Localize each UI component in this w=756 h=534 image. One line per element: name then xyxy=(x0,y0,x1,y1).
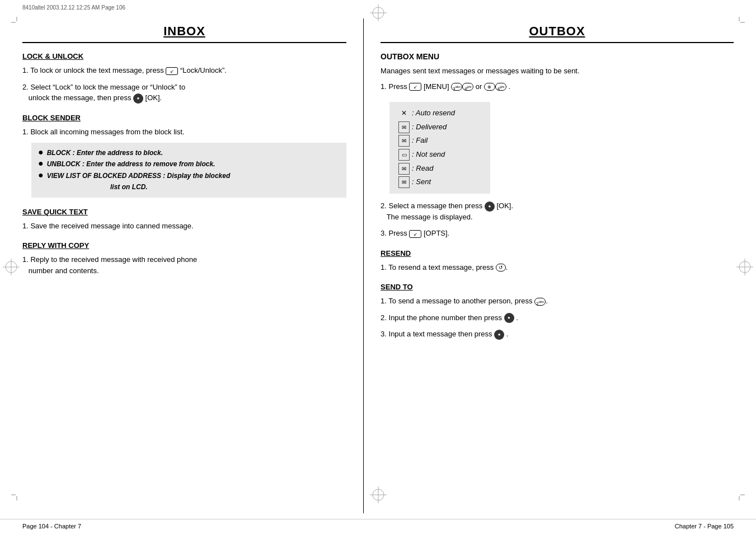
send-to-section: SEND TO 1. To send a message to another … xyxy=(381,283,734,340)
resend-item-1: 1. To resend a text message, press ↺. xyxy=(381,262,734,273)
inbox-column: INBOX LOCK & UNLOCK 1. To lock or unlock… xyxy=(22,18,364,513)
icon-row-delivered: ✉ : Delivered xyxy=(398,120,481,134)
outbox-menu-description: Manages sent text messages or messages w… xyxy=(381,65,734,77)
ok-btn-2: ● xyxy=(485,202,495,212)
corner-mark-bl xyxy=(11,489,22,500)
nav-key-menu: ↙ xyxy=(409,83,421,91)
sent-icon: ✉ xyxy=(398,176,410,188)
resend-key-icon: ↺ xyxy=(496,264,506,271)
lock-unlock-section: LOCK & UNLOCK 1. To lock or unlock the t… xyxy=(22,52,346,104)
outbox-title: OUTBOX xyxy=(381,24,734,39)
read-label: : Read xyxy=(412,162,433,176)
main-content: INBOX LOCK & UNLOCK 1. To lock or unlock… xyxy=(0,13,756,519)
crosshair-top xyxy=(370,4,387,21)
block-bullet-2: ● UNBLOCK : Enter the address to remove … xyxy=(38,158,340,170)
block-bullet-2-text: UNBLOCK : Enter the address to remove fr… xyxy=(47,158,215,170)
ok-btn-4: ● xyxy=(494,330,504,340)
icon-row-auto-resend: ✕ : Auto resend xyxy=(398,106,481,120)
icon-row-read: ✉ : Read xyxy=(398,162,481,176)
not-send-icon: ▭ xyxy=(398,149,410,161)
bullet-dot-1: ● xyxy=(38,148,44,157)
footer-right: Chapter 7 - Page 105 xyxy=(675,523,734,530)
outbox-column: OUTBOX OUTBOX MENU Manages sent text mes… xyxy=(364,18,734,513)
lock-item-2: 2. Select “Lock” to lock the message or … xyxy=(22,82,346,104)
save-item-1: 1. Save the received message into canned… xyxy=(22,221,346,232)
key-3abc: 3abc xyxy=(451,83,462,91)
resend-title: RESEND xyxy=(381,249,734,257)
reply-item-1: 1. Reply to the received message with re… xyxy=(22,254,346,276)
block-bullet-3: ● VIEW LIST OF BLOCKED ADDRESS : Display… xyxy=(38,170,340,193)
crosshair-left xyxy=(3,259,20,275)
reply-with-copy-title: REPLY WITH COPY xyxy=(22,241,346,250)
page-footer: Page 104 - Chapter 7 Chapter 7 - Page 10… xyxy=(0,519,756,534)
not-send-label: : Not send xyxy=(412,148,445,162)
outbox-icon-list: ✕ : Auto resend ✉ : Delivered ✉ : Fail ▭… xyxy=(389,102,490,194)
bullet-dot-2: ● xyxy=(38,159,44,168)
key-down: ⊕ xyxy=(484,83,495,91)
block-sender-section: BLOCK SENDER 1. Block all incoming messa… xyxy=(22,114,346,198)
key-4b: 4ghi xyxy=(495,83,506,91)
corner-mark-tl xyxy=(11,17,22,28)
save-quick-text-title: SAVE QUICK TEXT xyxy=(22,208,346,216)
read-icon: ✉ xyxy=(398,163,410,175)
sent-label: : Sent xyxy=(412,175,431,189)
send-to-item-3: 3. Input a text message then press ● . xyxy=(381,329,734,340)
icon-row-not-send: ▭ : Not send xyxy=(398,148,481,162)
block-bullet-1-text: BLOCK : Enter the address to block. xyxy=(47,147,163,158)
reply-with-copy-section: REPLY WITH COPY 1. Reply to the received… xyxy=(22,241,346,276)
key-4ghi: 4ghi xyxy=(462,83,473,91)
inbox-divider xyxy=(22,42,346,43)
outbox-menu-title: OUTBOX MENU xyxy=(381,52,734,61)
resend-section: RESEND 1. To resend a text message, pres… xyxy=(381,249,734,273)
crosshair-right xyxy=(736,259,753,275)
send-to-item-1: 1. To send a message to another person, … xyxy=(381,296,734,307)
block-bullet-3-text: VIEW LIST OF BLOCKED ADDRESS : Display t… xyxy=(47,170,231,193)
footer-left: Page 104 - Chapter 7 xyxy=(22,523,81,530)
outbox-divider xyxy=(381,42,734,43)
send-to-item-2: 2. Input the phone number then press ● . xyxy=(381,312,734,324)
delivered-icon: ✉ xyxy=(398,121,410,133)
save-quick-text-section: SAVE QUICK TEXT 1. Save the received mes… xyxy=(22,208,346,232)
send-to-title: SEND TO xyxy=(381,283,734,291)
opts-key: ↙ xyxy=(409,230,421,238)
fail-icon: ✉ xyxy=(398,135,410,147)
inbox-title: INBOX xyxy=(22,24,346,39)
key-2abc: 2abc xyxy=(534,298,546,306)
corner-mark-tr xyxy=(734,17,745,28)
header-text: 8410altel 2003.12.12 12:25 AM Page 106 xyxy=(22,4,125,11)
bullet-dot-3: ● xyxy=(38,171,44,180)
outbox-menu-section: OUTBOX MENU Manages sent text messages o… xyxy=(381,52,734,239)
page-container: 8410altel 2003.12.12 12:25 AM Page 106 I… xyxy=(0,0,756,534)
icon-row-fail: ✉ : Fail xyxy=(398,134,481,148)
fail-label: : Fail xyxy=(412,134,428,148)
block-bullet-1: ● BLOCK : Enter the address to block. xyxy=(38,147,340,158)
ok-btn-icon: ● xyxy=(133,93,143,104)
menu-key-icon: ↙ xyxy=(166,67,178,75)
outbox-step1: 1. Press ↙ [MENU] 3abc4ghi or ⊕4ghi . xyxy=(381,81,734,92)
block-item-1: 1. Block all incoming messages from the … xyxy=(22,127,346,138)
ok-btn-3: ● xyxy=(504,313,514,323)
block-sender-title: BLOCK SENDER xyxy=(22,114,346,122)
lock-unlock-title: LOCK & UNLOCK xyxy=(22,52,346,60)
icon-row-sent: ✉ : Sent xyxy=(398,175,481,189)
delivered-label: : Delivered xyxy=(412,120,447,134)
auto-resend-icon: ✕ xyxy=(398,107,410,120)
lock-item-1: 1. To lock or unlock the text message, p… xyxy=(22,65,346,76)
outbox-step2: 2. Select a message then press ● [OK]. T… xyxy=(381,200,734,222)
crosshair-bottom xyxy=(370,486,387,503)
outbox-step3: 3. Press ↙ [OPTS]. xyxy=(381,228,734,239)
block-box: ● BLOCK : Enter the address to block. ● … xyxy=(31,143,346,198)
corner-mark-br xyxy=(734,489,745,500)
auto-resend-label: : Auto resend xyxy=(412,106,455,120)
